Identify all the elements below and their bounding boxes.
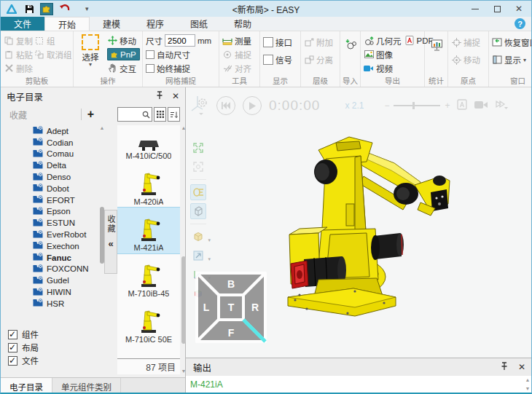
model-list-item[interactable]: M-710iC 50E — [117, 299, 180, 345]
select-button[interactable]: 选择 ▾ — [77, 34, 104, 75]
output-close-icon[interactable]: ✕ — [518, 362, 525, 372]
vendor-tree-item[interactable]: Adept — [1, 125, 98, 137]
ungroup-button[interactable]: 取消组 — [34, 47, 72, 61]
vendor-tree-item[interactable]: Dobot — [1, 183, 98, 194]
viewport-3d[interactable]: 0:00:00 x 2.1 − + ▾ ▾ ▾ — [186, 87, 532, 358]
interact-button[interactable]: 交互 — [107, 61, 140, 75]
speed-slider[interactable]: − + — [384, 101, 450, 111]
tree-scroll-up-icon[interactable]: ▲ — [99, 125, 105, 131]
ribbon-tab[interactable]: 建模 — [90, 17, 133, 31]
detach-button[interactable]: 分离 — [304, 51, 338, 68]
filter-checkbox-row[interactable]: 文件 — [8, 354, 39, 367]
copy-button[interactable]: 复制 — [4, 34, 33, 47]
fit-view-button[interactable] — [190, 140, 206, 156]
delete-button[interactable]: 删除 — [4, 61, 33, 75]
model-list-item[interactable]: M-710iB-45 — [117, 253, 180, 299]
vendor-tree-item[interactable]: Epson — [1, 206, 98, 218]
signal-checkbox-row[interactable]: 信号 — [263, 51, 299, 68]
snap-button[interactable]: 捕捉 — [222, 47, 258, 61]
ribbon-tab[interactable]: 帮助 — [221, 17, 265, 31]
show-dropdown-icon[interactable]: ▾ — [523, 57, 526, 63]
filter-checkbox[interactable] — [8, 343, 17, 352]
filter-checkbox-row[interactable]: 布局 — [8, 341, 39, 354]
restore-window-button[interactable]: 恢复窗口 — [492, 34, 532, 51]
vendor-tree-item[interactable]: Exechon — [1, 240, 98, 252]
export-geometry-button[interactable]: 几何元 — [364, 34, 402, 47]
signal-checkbox[interactable] — [263, 55, 273, 65]
move-button[interactable]: 移动 — [107, 34, 140, 47]
sort-button[interactable] — [168, 107, 180, 122]
catalog-bottom-tab[interactable]: 单元组件类别 — [52, 378, 121, 394]
export-image-button[interactable]: 图像 — [364, 47, 402, 61]
add-favorite-button[interactable]: + — [82, 108, 100, 121]
export-video-button[interactable]: 视频 — [364, 61, 402, 75]
render-mode-button[interactable] — [190, 184, 206, 200]
align-button[interactable]: 对齐 — [222, 61, 258, 75]
catalog-close-icon[interactable]: ✕ — [172, 91, 179, 101]
export-pdf-viewport-icon[interactable] — [457, 99, 467, 112]
paste-button[interactable]: 粘贴 — [4, 47, 33, 61]
auto-size-checkbox[interactable] — [146, 50, 154, 59]
size-input[interactable] — [165, 34, 195, 47]
output-pin-icon[interactable] — [501, 362, 508, 373]
vendor-tree-item[interactable]: EFORT — [1, 194, 98, 206]
interface-checkbox-row[interactable]: 接口 — [263, 34, 299, 51]
origin-move-button[interactable]: 移动 — [451, 51, 487, 68]
view-cube[interactable]: B L T R F — [195, 271, 267, 344]
pnp-button[interactable]: PnP — [107, 47, 140, 61]
rewind-button[interactable] — [216, 96, 235, 115]
auto-size-checkbox-row[interactable]: 自动尺寸 — [146, 47, 217, 61]
interface-checkbox[interactable] — [263, 37, 273, 47]
save-icon[interactable] — [23, 3, 36, 15]
show-window-button[interactable]: 显示▾ — [492, 51, 532, 68]
world-axes-settings-icon[interactable] — [190, 95, 209, 117]
ribbon-tab[interactable]: 图纸 — [177, 17, 221, 31]
catalog-bottom-tab[interactable]: 电子目录 — [1, 378, 52, 394]
frame-select-button[interactable]: ▾ — [190, 248, 206, 264]
help-button[interactable]: ? — [515, 18, 525, 29]
always-snap-checkbox[interactable] — [146, 64, 154, 73]
render-options-icon[interactable] — [495, 100, 508, 112]
shaded-cube-button[interactable]: ▾ — [190, 229, 206, 245]
collapse-panel-button[interactable]: « — [108, 238, 113, 249]
filter-checkbox-row[interactable]: 组件 — [8, 328, 39, 341]
measure-button[interactable]: 测量 — [222, 34, 258, 47]
vendor-tree-item[interactable]: Denso — [1, 171, 98, 183]
fit-selection-button[interactable] — [190, 159, 206, 175]
filter-checkbox[interactable] — [8, 330, 17, 339]
model-list-item[interactable]: M-420iA — [117, 162, 180, 208]
quick-access-more-icon[interactable]: ▾ — [85, 5, 89, 12]
pin-icon[interactable] — [156, 91, 163, 102]
filter-checkbox[interactable] — [8, 356, 17, 366]
undo-icon[interactable] — [58, 3, 71, 15]
vendor-tree-item[interactable]: Codian — [1, 137, 98, 149]
output-scroll-up-icon[interactable]: ▲ — [524, 377, 531, 383]
origin-snap-button[interactable]: 捕捉 — [451, 34, 487, 51]
output-scroll-down-icon[interactable]: ▼ — [524, 386, 531, 392]
select-dropdown-icon[interactable]: ▾ — [77, 63, 104, 66]
always-snap-checkbox-row[interactable]: 始终捕捉 — [146, 61, 217, 75]
play-button[interactable] — [243, 96, 262, 115]
vendor-tree-item[interactable]: Gudel — [1, 275, 98, 286]
output-scrollbar[interactable]: ▲ ▼ — [524, 376, 531, 393]
pnp-toggle-icon[interactable] — [40, 3, 53, 15]
model-list-item[interactable]: M-410iC/500 — [117, 125, 180, 162]
attach-button[interactable]: 附加 — [304, 34, 338, 51]
import-geometry-button[interactable] — [343, 34, 359, 55]
tab-file[interactable]: 文件 — [1, 17, 44, 31]
vendor-tree-item[interactable]: HSR — [1, 298, 98, 310]
vendor-tree-item[interactable]: ESTUN — [1, 217, 98, 229]
minimize-button[interactable] — [464, 1, 486, 17]
speed-slider-handle[interactable] — [412, 102, 415, 109]
vendor-tree-item[interactable]: Comau — [1, 149, 98, 160]
model-search-input[interactable] — [117, 107, 152, 122]
speed-plus-icon[interactable]: + — [445, 101, 450, 111]
wireframe-cube-button[interactable] — [190, 203, 206, 219]
vendor-tree-item[interactable]: FOXCONN — [1, 264, 98, 275]
ribbon-tab[interactable]: 程序 — [133, 17, 177, 31]
ribbon-tab[interactable]: 开始 — [44, 17, 90, 31]
vendor-tree-item[interactable]: EverRobot — [1, 229, 98, 240]
maximize-button[interactable] — [486, 1, 508, 17]
grid-view-button[interactable] — [154, 107, 166, 122]
close-button[interactable]: ✕ — [508, 1, 530, 17]
